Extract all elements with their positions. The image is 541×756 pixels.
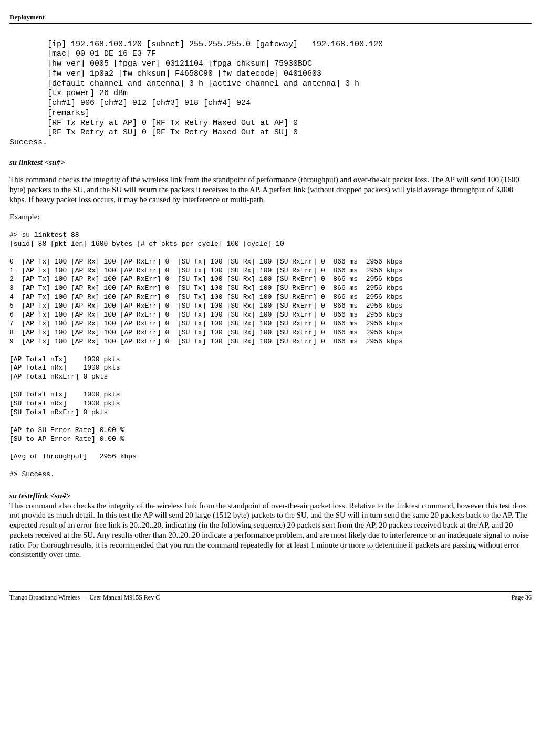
- config-line: [tx power] 26 dBm: [9, 89, 128, 98]
- linktest-line: [SU Total nRx] 1000 pkts: [9, 400, 120, 407]
- linktest-line: 7 [AP Tx] 100 [AP Rx] 100 [AP RxErr] 0 […: [9, 320, 403, 328]
- config-line: [remarks]: [9, 109, 90, 118]
- linktest-line: 5 [AP Tx] 100 [AP Rx] 100 [AP RxErr] 0 […: [9, 302, 403, 310]
- linktest-line: [SU to AP Error Rate] 0.00 %: [9, 435, 124, 443]
- linktest-line: 8 [AP Tx] 100 [AP Rx] 100 [AP RxErr] 0 […: [9, 329, 403, 337]
- testrflink-description: This command also checks the integrity o…: [9, 501, 529, 559]
- footer-right: Page 36: [512, 594, 532, 602]
- header-title: Deployment: [9, 13, 45, 21]
- linktest-line: [suid] 88 [pkt len] 1600 bytes [# of pkt…: [9, 240, 284, 248]
- linktest-line: 6 [AP Tx] 100 [AP Rx] 100 [AP RxErr] 0 […: [9, 311, 403, 319]
- linktest-line: #> Success.: [9, 470, 55, 478]
- config-line: [RF Tx Retry at SU] 0 [RF Tx Retry Maxed…: [9, 128, 298, 137]
- linktest-line: [AP Total nRxErr] 0 pkts: [9, 373, 108, 381]
- linktest-line: [AP to SU Error Rate] 0.00 %: [9, 426, 124, 434]
- linktest-line: #> su linktest 88: [9, 231, 79, 239]
- example-label: Example:: [9, 212, 532, 223]
- config-line: [ip] 192.168.100.120 [subnet] 255.255.25…: [9, 40, 383, 49]
- config-line: [hw ver] 0005 [fpga ver] 03121104 [fpga …: [9, 59, 312, 68]
- linktest-line: [AP Total nTx] 1000 pkts: [9, 355, 120, 363]
- linktest-description: This command checks the integrity of the…: [9, 175, 532, 204]
- config-line: Success.: [9, 138, 47, 147]
- page-footer: Trango Broadband Wireless — User Manual …: [9, 591, 532, 602]
- config-line: [RF Tx Retry at AP] 0 [RF Tx Retry Maxed…: [9, 119, 298, 128]
- command-heading-linktest: su linktest <su#>: [9, 158, 532, 168]
- linktest-line: 3 [AP Tx] 100 [AP Rx] 100 [AP RxErr] 0 […: [9, 284, 403, 292]
- linktest-line: 2 [AP Tx] 100 [AP Rx] 100 [AP RxErr] 0 […: [9, 275, 403, 283]
- config-output-block: [ip] 192.168.100.120 [subnet] 255.255.25…: [9, 30, 532, 148]
- linktest-line: [SU Total nTx] 1000 pkts: [9, 391, 120, 398]
- config-line: [ch#1] 906 [ch#2] 912 [ch#3] 918 [ch#4] …: [9, 99, 251, 108]
- linktest-line: [SU Total nRxErr] 0 pkts: [9, 408, 108, 416]
- page-header: Deployment: [9, 13, 532, 24]
- linktest-line: [Avg of Throughput] 2956 kbps: [9, 453, 137, 460]
- footer-left: Trango Broadband Wireless — User Manual …: [9, 594, 160, 602]
- command-heading-testrflink: su testrflink <su#>: [9, 491, 70, 500]
- config-line: [default channel and antenna] 3 h [activ…: [9, 79, 359, 88]
- config-line: [mac] 00 01 DE 16 E3 7F: [9, 49, 156, 58]
- linktest-line: [AP Total nRx] 1000 pkts: [9, 364, 120, 372]
- linktest-line: 1 [AP Tx] 100 [AP Rx] 100 [AP RxErr] 0 […: [9, 267, 403, 275]
- linktest-output-block: #> su linktest 88 [suid] 88 [pkt len] 16…: [9, 222, 532, 479]
- config-line: [fw ver] 1p0a2 [fw chksum] F4658C90 [fw …: [9, 69, 321, 78]
- linktest-line: 9 [AP Tx] 100 [AP Rx] 100 [AP RxErr] 0 […: [9, 338, 403, 345]
- linktest-line: 4 [AP Tx] 100 [AP Rx] 100 [AP RxErr] 0 […: [9, 293, 403, 301]
- linktest-line: 0 [AP Tx] 100 [AP Rx] 100 [AP RxErr] 0 […: [9, 258, 403, 266]
- testrflink-section: su testrflink <su#> This command also ch…: [9, 491, 532, 560]
